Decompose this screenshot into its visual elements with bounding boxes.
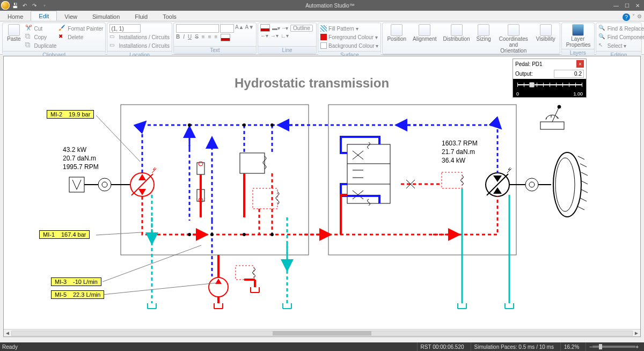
- window-maximize-button[interactable]: ☐: [623, 1, 631, 10]
- background-colour-button[interactable]: Background Colour ▾: [320, 41, 378, 50]
- find-component-button[interactable]: 🔍Find Component: [598, 33, 644, 41]
- tab-tools[interactable]: Tools: [155, 12, 184, 21]
- outline-toggle[interactable]: Outline: [290, 25, 313, 32]
- position-button[interactable]: Position: [385, 24, 408, 42]
- alignment-button[interactable]: Alignment: [411, 24, 438, 42]
- measure-tag-mi3[interactable]: MI-3-10 L/min: [51, 277, 101, 286]
- zoom-in-icon[interactable]: +: [635, 344, 639, 350]
- tab-simulation[interactable]: Simulation: [85, 12, 127, 21]
- svg-rect-9: [197, 163, 204, 174]
- cut-button[interactable]: ✂️Cut: [25, 24, 57, 33]
- qat-dropdown-icon[interactable]: [40, 1, 48, 10]
- measure-tag-mi1[interactable]: MI-1167.4 bar: [39, 230, 90, 239]
- pedal-slider[interactable]: 01.00: [513, 79, 586, 97]
- tab-edit[interactable]: Edit: [31, 11, 57, 21]
- ribbon-more-icon[interactable]: ⚙: [637, 13, 642, 21]
- find-replace-button[interactable]: 🔍Find & Replace Text: [598, 24, 644, 33]
- font-color-button[interactable]: [221, 34, 230, 41]
- motor-measurements: 43.2 kW 20.7 daN.m 1995.7 RPM: [63, 145, 99, 171]
- pedal-output-label: Output:: [515, 71, 533, 77]
- line-join-button[interactable]: ∟▾: [281, 33, 289, 39]
- title-bar: 💾 ↶ ↷ Automation Studio™ — ☐ ✕: [0, 0, 644, 11]
- brush-icon: 🖌️: [58, 25, 66, 32]
- line-color-button[interactable]: [260, 24, 270, 32]
- italic-button[interactable]: I: [183, 34, 185, 41]
- measure-tag-mi2[interactable]: MI-219.9 bar: [47, 110, 94, 119]
- qat-save-icon[interactable]: 💾: [11, 1, 19, 10]
- visibility-button[interactable]: Visibility: [534, 24, 558, 42]
- align-left-button[interactable]: ≡: [202, 34, 205, 41]
- ribbon-collapse-icon[interactable]: ˅: [632, 13, 635, 21]
- window-close-button[interactable]: ✕: [633, 1, 642, 10]
- duplicate-button[interactable]: ⿻Duplicate: [25, 41, 57, 50]
- svg-point-24: [525, 178, 538, 191]
- coords-orientation-button[interactable]: Coordinates and Orientation: [495, 24, 532, 54]
- status-zoom-slider[interactable]: − +: [586, 342, 642, 351]
- svg-point-38: [558, 105, 561, 108]
- line-weight-button[interactable]: ▬▾: [272, 25, 280, 31]
- copy-button[interactable]: ⿻Copy: [25, 33, 57, 41]
- foreground-colour-button[interactable]: Foreground Colour ▾: [320, 33, 378, 41]
- paste-button[interactable]: Paste: [5, 24, 23, 42]
- layer-properties-button[interactable]: Layer Properties: [564, 24, 592, 48]
- diagram-canvas[interactable]: Hydrostatic transmission: [4, 56, 640, 329]
- bold-button[interactable]: B: [176, 34, 180, 41]
- ribbon-group-label: Line: [258, 46, 316, 54]
- line-style-button[interactable]: ┄▾: [282, 25, 288, 31]
- distribution-button[interactable]: Distribution: [441, 24, 472, 42]
- fill-pattern-button[interactable]: Fill Pattern ▾: [320, 24, 378, 33]
- svg-rect-20: [442, 172, 462, 188]
- strike-button[interactable]: S: [195, 34, 199, 41]
- font-size-field[interactable]: [220, 24, 234, 33]
- align-center-button[interactable]: ≡: [208, 34, 211, 41]
- pedal-output-field[interactable]: [554, 70, 584, 78]
- svg-point-68: [270, 123, 274, 127]
- horizontal-scrollbar[interactable]: ◄ ►: [4, 329, 640, 337]
- status-zoom-value: 16.2%: [560, 342, 582, 351]
- tab-fluid[interactable]: Fluid: [127, 12, 155, 21]
- pattern-icon: [320, 25, 327, 32]
- status-paces: Simulation Paces: 0.5 ms / 10 ms: [471, 342, 557, 351]
- installations-2-button[interactable]: ▭Installations / Circuits: [109, 41, 169, 50]
- arrow-start-button[interactable]: ←▾: [260, 33, 268, 39]
- status-rst: RST 00:00:06.520: [417, 342, 467, 351]
- svg-line-65: [103, 283, 217, 295]
- tab-home[interactable]: Home: [0, 12, 31, 21]
- pedal-close-button[interactable]: ×: [576, 60, 584, 68]
- arrow-end-button[interactable]: →▾: [270, 33, 279, 39]
- select-button[interactable]: ↖Select ▾: [598, 41, 644, 50]
- app-logo-icon: [1, 1, 10, 10]
- qat-redo-icon[interactable]: ↷: [30, 1, 39, 10]
- scroll-right-button[interactable]: ►: [633, 330, 640, 336]
- measure-tag-mi5[interactable]: MI-522.3 L/min: [51, 290, 104, 299]
- format-painter-button[interactable]: 🖌️Format Painter: [58, 24, 103, 33]
- duplicate-icon: ⿻: [25, 42, 33, 49]
- qat-undo-icon[interactable]: ↶: [20, 1, 29, 10]
- ribbon-group-line: ▬▾ ┄▾ Outline ←▾ →▾ ∟▾ Line: [258, 23, 317, 54]
- font-family-field[interactable]: [176, 24, 219, 33]
- svg-line-62: [96, 115, 140, 162]
- delete-button[interactable]: ✖Delete: [58, 33, 103, 41]
- window-minimize-button[interactable]: —: [612, 1, 620, 10]
- sizing-button[interactable]: Sizing: [474, 24, 493, 42]
- scroll-left-button[interactable]: ◄: [4, 330, 11, 336]
- installations-1-button[interactable]: ▭Installations / Circuits: [109, 33, 169, 41]
- svg-point-71: [270, 233, 274, 236]
- pedal-window[interactable]: Pedal: PD1 × Output: 01.00: [513, 58, 587, 98]
- coord-field[interactable]: (1, 1): [109, 24, 141, 33]
- align-right-button[interactable]: ≡: [215, 34, 218, 41]
- scroll-track[interactable]: [11, 331, 633, 336]
- shrink-font-button[interactable]: A▼: [245, 24, 254, 33]
- scissors-icon: ✂️: [25, 25, 33, 32]
- layers-icon: [572, 24, 584, 36]
- tab-view[interactable]: View: [57, 12, 85, 21]
- ribbon-group-surface: Fill Pattern ▾ Foreground Colour ▾ Backg…: [318, 23, 381, 54]
- help-icon[interactable]: ?: [623, 13, 630, 21]
- scroll-thumb[interactable]: [273, 331, 372, 335]
- underline-button[interactable]: U: [188, 34, 192, 41]
- pedal-slider-thumb[interactable]: [529, 82, 535, 87]
- alignment-icon: [419, 24, 430, 36]
- svg-point-72: [210, 233, 214, 236]
- ribbon: Paste ✂️Cut ⿻Copy ⿻Duplicate 🖌️Format Pa…: [0, 21, 644, 55]
- grow-font-button[interactable]: A▲: [235, 24, 244, 33]
